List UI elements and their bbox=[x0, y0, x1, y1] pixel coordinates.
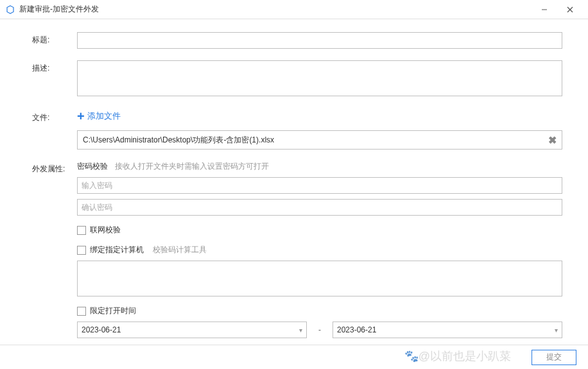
computer-list-box[interactable] bbox=[77, 261, 562, 296]
network-check-label: 联网校验 bbox=[90, 225, 121, 236]
pwd-hint: 接收人打开文件夹时需输入设置密码方可打开 bbox=[115, 162, 269, 171]
desc-textarea[interactable] bbox=[77, 60, 562, 96]
network-check-checkbox[interactable] bbox=[77, 226, 86, 235]
date-separator: - bbox=[307, 325, 333, 334]
minimize-button[interactable] bbox=[532, 0, 557, 19]
file-entry: C:\Users\Administrator\Desktop\功能列表-含加密(… bbox=[77, 130, 562, 150]
chevron-down-icon: ▾ bbox=[555, 327, 558, 334]
file-path: C:\Users\Administrator\Desktop\功能列表-含加密(… bbox=[83, 135, 548, 146]
title-input[interactable] bbox=[77, 32, 562, 49]
add-file-label: 添加文件 bbox=[87, 110, 121, 122]
bind-computer-label: 绑定指定计算机 bbox=[90, 245, 144, 255]
file-label: 文件: bbox=[32, 110, 77, 123]
content-scroll[interactable]: 标题: 描述: 文件: + 添加文件 C:\Users\Administrato… bbox=[0, 19, 588, 345]
pwd-check-label: 密码校验 bbox=[77, 162, 108, 171]
chevron-down-icon: ▾ bbox=[299, 327, 302, 334]
date-to-field[interactable]: 2023-06-21 ▾ bbox=[333, 322, 562, 338]
title-label: 标题: bbox=[32, 32, 77, 46]
date-to-value: 2023-06-21 bbox=[337, 325, 555, 334]
titlebar: 新建审批-加密文件外发 bbox=[0, 0, 588, 19]
confirm-password-input[interactable] bbox=[77, 199, 562, 216]
add-file-button[interactable]: + 添加文件 bbox=[77, 110, 121, 123]
limit-time-label: 限定打开时间 bbox=[90, 305, 136, 316]
close-button[interactable] bbox=[557, 0, 583, 19]
bind-computer-checkbox[interactable] bbox=[77, 246, 86, 255]
plus-icon: + bbox=[77, 110, 85, 123]
remove-file-icon[interactable]: ✖ bbox=[548, 134, 557, 146]
window-title: 新建审批-加密文件外发 bbox=[19, 4, 532, 15]
verify-tool-link[interactable]: 校验码计算工具 bbox=[153, 245, 207, 255]
password-input[interactable] bbox=[77, 177, 562, 194]
attrs-label: 外发属性: bbox=[32, 161, 77, 175]
footer: 提交 bbox=[0, 345, 588, 369]
limit-time-checkbox[interactable] bbox=[77, 307, 86, 316]
date-from-value: 2023-06-21 bbox=[82, 325, 299, 334]
app-icon bbox=[5, 4, 15, 15]
date-from-field[interactable]: 2023-06-21 ▾ bbox=[77, 322, 307, 338]
desc-label: 描述: bbox=[32, 60, 77, 74]
submit-button[interactable]: 提交 bbox=[532, 350, 576, 365]
